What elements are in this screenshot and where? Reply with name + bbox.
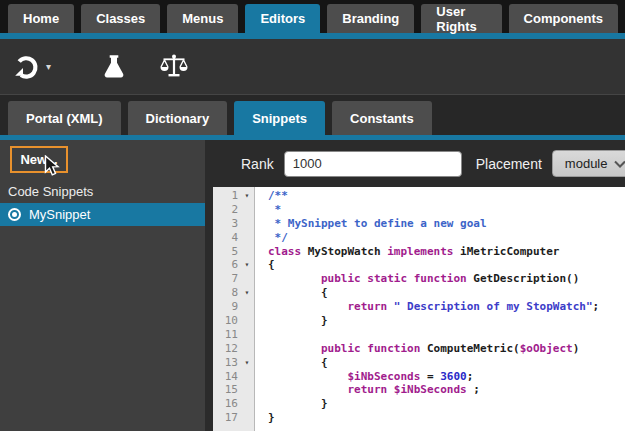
code-line: 14 $iNbSeconds = 3600; (213, 370, 625, 384)
code-line: 13▾ { (213, 356, 625, 370)
code-text: { (256, 356, 328, 370)
code-line: 12 public function ComputeMetric($oObjec… (213, 342, 625, 356)
placement-value: module (565, 156, 614, 171)
line-number: 3 (213, 217, 238, 231)
main-tab-bar: HomeClassesMenusEditorsBrandingUser Righ… (0, 0, 625, 33)
tab-classes[interactable]: Classes (81, 4, 160, 33)
tab-components[interactable]: Components (509, 4, 618, 33)
fold-arrow-icon[interactable]: ▾ (238, 356, 256, 370)
line-number: 12 (213, 342, 238, 356)
fold-spacer (238, 217, 256, 231)
fold-arrow-icon[interactable]: ▾ (238, 258, 256, 272)
code-text: */ (256, 231, 288, 245)
code-text: public static function GetDescription() (256, 272, 579, 286)
line-number: 8 (213, 286, 238, 300)
code-line: 1▾/** (213, 189, 625, 203)
new-snippet-button[interactable]: New... (10, 146, 68, 173)
fold-spacer (238, 300, 256, 314)
code-line: 5class MyStopWatch implements iMetricCom… (213, 245, 625, 259)
tab-branding[interactable]: Branding (327, 4, 414, 33)
fold-arrow-icon[interactable]: ▾ (238, 286, 256, 300)
fold-spacer (238, 328, 256, 342)
fold-spacer (238, 397, 256, 411)
snippet-form-row: Rank Placement module (205, 140, 625, 187)
fold-spacer (238, 383, 256, 397)
code-text: { (256, 258, 275, 272)
snippets-sidebar: New... Code Snippets MySnippet (0, 140, 205, 431)
code-text: $iNbSeconds = 3600; (256, 370, 473, 384)
code-line: 2 * (213, 203, 625, 217)
subtab-snippets[interactable]: Snippets (234, 101, 325, 135)
code-line: 3 * MySnippet to define a new goal (213, 217, 625, 231)
code-text: class MyStopWatch implements iMetricComp… (256, 245, 559, 259)
fold-spacer (238, 203, 256, 217)
line-number: 5 (213, 245, 238, 259)
subtab-constants[interactable]: Constants (332, 101, 432, 135)
subtab-dictionary[interactable]: Dictionary (128, 101, 228, 135)
fold-spacer (238, 411, 256, 425)
line-number: 6 (213, 258, 238, 272)
line-number: 16 (213, 397, 238, 411)
placement-select[interactable]: module (552, 150, 625, 177)
toolbar: ▾ (0, 39, 625, 94)
code-text: * MySnippet to define a new goal (256, 217, 487, 231)
snippet-list-item[interactable]: MySnippet (0, 203, 205, 226)
fold-spacer (238, 272, 256, 286)
code-line: 8▾ { (213, 286, 625, 300)
fold-spacer (238, 245, 256, 259)
fold-spacer (238, 342, 256, 356)
code-text: } (256, 411, 275, 425)
line-number: 11 (213, 328, 238, 342)
code-lines: 1▾/**2 *3 * MySnippet to define a new go… (213, 187, 625, 425)
radio-selected-icon (8, 208, 21, 221)
subtab-portal-xml-[interactable]: Portal (XML) (8, 101, 121, 135)
test-flask-button[interactable] (101, 53, 127, 81)
code-text: return $iNbSeconds ; (256, 383, 480, 397)
snippet-list: MySnippet (0, 203, 205, 226)
tab-home[interactable]: Home (8, 4, 74, 33)
scales-icon (159, 53, 189, 80)
editor-tab-bar: Portal (XML)DictionarySnippetsConstants (0, 94, 625, 135)
undo-button[interactable]: ▾ (12, 53, 51, 81)
code-text: } (256, 397, 328, 411)
section-label: Code Snippets (8, 184, 205, 199)
line-number: 15 (213, 383, 238, 397)
flask-icon (101, 53, 127, 81)
code-editor[interactable]: 1▾/**2 *3 * MySnippet to define a new go… (213, 187, 625, 431)
code-text: public function ComputeMetric($oObject) (256, 342, 579, 356)
fold-spacer (238, 231, 256, 245)
code-line: 6▾{ (213, 258, 625, 272)
line-number: 17 (213, 411, 238, 425)
line-number: 9 (213, 300, 238, 314)
line-number: 7 (213, 272, 238, 286)
code-line: 9 return " Description of my StopWatch"; (213, 300, 625, 314)
snippet-panel: Rank Placement module 1▾/**2 *3 * MySnip… (205, 140, 625, 431)
chevron-down-icon (614, 156, 625, 171)
code-text: return " Description of my StopWatch"; (256, 300, 599, 314)
code-text: /** (256, 189, 288, 203)
fold-spacer (238, 314, 256, 328)
code-text: { (256, 286, 328, 300)
fold-arrow-icon[interactable]: ▾ (238, 189, 256, 203)
snippet-item-label: MySnippet (29, 207, 90, 222)
tab-user-rights[interactable]: User Rights (421, 4, 501, 33)
code-text: * (256, 203, 281, 217)
tab-editors[interactable]: Editors (245, 4, 320, 33)
rank-label: Rank (241, 156, 274, 172)
code-line: 16 } (213, 397, 625, 411)
tab-menus[interactable]: Menus (167, 4, 238, 33)
code-line: 11 (213, 328, 625, 342)
code-line: 15 return $iNbSeconds ; (213, 383, 625, 397)
code-line: 7 public static function GetDescription(… (213, 272, 625, 286)
compare-scales-button[interactable] (159, 53, 189, 80)
placement-label: Placement (476, 156, 542, 172)
code-text: } (256, 314, 328, 328)
line-number: 1 (213, 189, 238, 203)
undo-icon (12, 53, 40, 81)
fold-spacer (238, 370, 256, 384)
rank-input[interactable] (284, 151, 462, 177)
chevron-down-icon: ▾ (46, 61, 51, 72)
line-number: 4 (213, 231, 238, 245)
code-line: 10 } (213, 314, 625, 328)
line-number: 14 (213, 370, 238, 384)
